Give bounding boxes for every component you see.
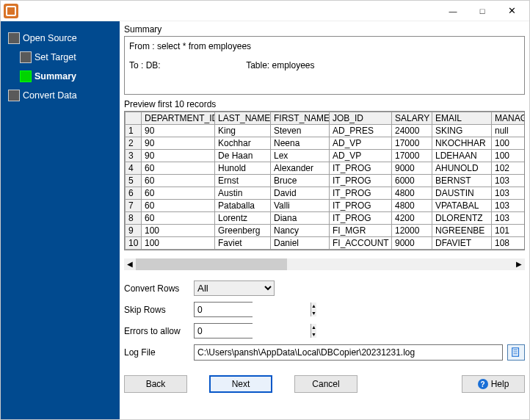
browse-log-button[interactable] xyxy=(507,344,525,361)
cell: Lex xyxy=(271,150,330,162)
cell: Pataballa xyxy=(215,200,271,212)
cell: 103 xyxy=(492,200,526,212)
cell: Neena xyxy=(271,137,330,150)
cancel-button[interactable]: Cancel xyxy=(294,375,357,393)
cell: AHUNOLD xyxy=(432,162,492,175)
cell: 60 xyxy=(142,200,215,212)
cell: 100 xyxy=(492,137,526,150)
table-row[interactable]: 290KochharNeenaAD_VP17000NKOCHHAR100 xyxy=(126,137,526,150)
cell: 17000 xyxy=(392,137,432,150)
spin-down-icon[interactable]: ▼ xyxy=(311,310,316,317)
cell: SKING xyxy=(432,125,492,137)
cell: Bruce xyxy=(271,175,330,187)
cell: 4800 xyxy=(392,200,432,212)
scroll-track[interactable] xyxy=(136,258,513,270)
horizontal-scrollbar[interactable]: ◀ ▶ xyxy=(124,258,525,270)
table-row[interactable]: 560ErnstBruceIT_PROG6000BERNST103 xyxy=(126,175,526,187)
window-minimize-button[interactable] xyxy=(438,1,468,21)
help-button[interactable]: ? Help xyxy=(462,375,525,393)
row-number: 6 xyxy=(126,187,142,200)
nav-label: Summary xyxy=(35,71,76,82)
row-number: 1 xyxy=(126,125,142,137)
table-row[interactable]: 9100GreenbergNancyFI_MGR12000NGREENBE101 xyxy=(126,225,526,237)
cell: 103 xyxy=(492,187,526,200)
cell: 90 xyxy=(142,125,215,137)
cell: 60 xyxy=(142,187,215,200)
column-header[interactable]: LAST_NAME xyxy=(215,112,271,125)
cell: De Haan xyxy=(215,150,271,162)
cell: 17000 xyxy=(392,150,432,162)
spin-up-icon[interactable]: ▲ xyxy=(311,324,316,331)
column-header[interactable]: EMAIL xyxy=(432,112,492,125)
scroll-left-icon[interactable]: ◀ xyxy=(124,258,136,270)
table-row[interactable]: 460HunoldAlexanderIT_PROG9000AHUNOLD102 xyxy=(126,162,526,175)
row-number: 9 xyxy=(126,225,142,237)
cell: 90 xyxy=(142,137,215,150)
skip-rows-label: Skip Rows xyxy=(124,305,194,315)
cell: AD_PRES xyxy=(330,125,392,137)
cell: 101 xyxy=(492,225,526,237)
spin-up-icon[interactable]: ▲ xyxy=(311,303,316,310)
options-panel: Convert Rows All Skip Rows ▲▼ Errors to … xyxy=(124,280,525,366)
table-row[interactable]: 760PataballaValliIT_PROG4800VPATABAL103 xyxy=(126,200,526,212)
cell: Kochhar xyxy=(215,137,271,150)
log-file-input[interactable] xyxy=(194,344,503,361)
column-header[interactable]: SALARY xyxy=(392,112,432,125)
wizard-buttons: Back Next Cancel ? Help xyxy=(124,374,525,394)
nav-label: Convert Data xyxy=(23,90,77,101)
cell: 60 xyxy=(142,212,215,225)
scroll-right-icon[interactable]: ▶ xyxy=(513,258,525,270)
cell: IT_PROG xyxy=(330,200,392,212)
errors-field[interactable] xyxy=(195,324,311,338)
skip-rows-input[interactable]: ▲▼ xyxy=(194,302,253,317)
row-number: 3 xyxy=(126,150,142,162)
table-row[interactable]: 660AustinDavidIT_PROG4800DAUSTIN103 xyxy=(126,187,526,200)
nav-summary[interactable]: Summary xyxy=(1,67,120,86)
help-icon: ? xyxy=(478,379,488,389)
column-header[interactable]: DEPARTMENT_ID xyxy=(142,112,215,125)
table-row[interactable]: 10100FavietDanielFI_ACCOUNT9000DFAVIET10… xyxy=(126,237,526,250)
cell: Austin xyxy=(215,187,271,200)
wizard-sidebar: Open Source Set Target Summary Convert D… xyxy=(1,21,120,419)
next-button[interactable]: Next xyxy=(209,375,272,393)
cell: Greenberg xyxy=(215,225,271,237)
titlebar xyxy=(1,1,529,21)
summary-from: From : select * from employees xyxy=(129,40,520,53)
row-number: 2 xyxy=(126,137,142,150)
convert-rows-label: Convert Rows xyxy=(124,283,194,294)
cell: DAUSTIN xyxy=(432,187,492,200)
table-row[interactable]: 860LorentzDianaIT_PROG4200DLORENTZ103 xyxy=(126,212,526,225)
document-icon xyxy=(511,347,521,358)
cell: Faviet xyxy=(215,237,271,250)
preview-table: DEPARTMENT_IDLAST_NAMEFIRST_NAMEJOB_IDSA… xyxy=(125,112,525,250)
table-row[interactable]: 390De HaanLexAD_VP17000LDEHAAN100 xyxy=(126,150,526,162)
window-maximize-button[interactable] xyxy=(468,1,497,21)
cell: Valli xyxy=(271,200,330,212)
scroll-thumb[interactable] xyxy=(136,258,287,270)
nav-convert-data[interactable]: Convert Data xyxy=(1,86,120,105)
cell: DFAVIET xyxy=(432,237,492,250)
cell: 100 xyxy=(142,225,215,237)
window-close-button[interactable] xyxy=(497,1,526,21)
cell: IT_PROG xyxy=(330,212,392,225)
cell: Nancy xyxy=(271,225,330,237)
column-header[interactable]: MANAG xyxy=(492,112,526,125)
table-row[interactable]: 190KingStevenAD_PRES24000SKINGnull xyxy=(126,125,526,137)
back-button[interactable]: Back xyxy=(124,375,187,393)
nav-set-target[interactable]: Set Target xyxy=(1,48,120,67)
skip-rows-field[interactable] xyxy=(195,303,311,316)
main-window: Open Source Set Target Summary Convert D… xyxy=(0,0,530,420)
spin-down-icon[interactable]: ▼ xyxy=(311,331,316,338)
errors-input[interactable]: ▲▼ xyxy=(194,323,253,338)
cell: IT_PROG xyxy=(330,162,392,175)
row-number: 7 xyxy=(126,200,142,212)
column-header[interactable]: FIRST_NAME xyxy=(271,112,330,125)
cell: 6000 xyxy=(392,175,432,187)
nav-label: Open Source xyxy=(23,33,77,43)
column-header[interactable]: JOB_ID xyxy=(330,112,392,125)
convert-rows-select[interactable]: All xyxy=(194,280,275,296)
cell: Steven xyxy=(271,125,330,137)
cell: Ernst xyxy=(215,175,271,187)
cell: 60 xyxy=(142,162,215,175)
nav-open-source[interactable]: Open Source xyxy=(1,29,120,48)
